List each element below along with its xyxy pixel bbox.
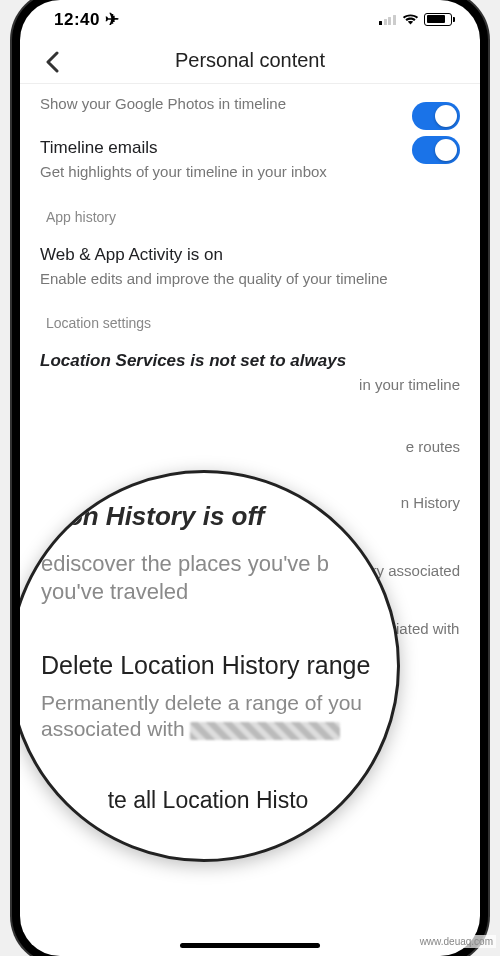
status-indicators bbox=[379, 13, 452, 26]
navbar: Personal content bbox=[20, 38, 480, 84]
redacted-text bbox=[190, 722, 340, 740]
home-indicator[interactable] bbox=[180, 943, 320, 948]
row-title: Location Services is not set to always bbox=[40, 351, 460, 371]
row-web-activity[interactable]: Web & App Activity is on Enable edits an… bbox=[40, 235, 460, 303]
section-location-settings: Location settings bbox=[40, 303, 460, 341]
battery-icon bbox=[424, 13, 452, 26]
cellular-signal-icon bbox=[379, 13, 397, 25]
row-title: Timeline emails bbox=[40, 138, 460, 158]
row-fragment: e routes bbox=[40, 401, 460, 461]
text-fragment: e routes bbox=[406, 437, 460, 457]
row-subtitle: Get highlights of your timeline in your … bbox=[40, 162, 460, 182]
row-location-services[interactable]: Location Services is not set to always i… bbox=[40, 341, 460, 401]
row-subtitle: in your timeline bbox=[40, 375, 460, 395]
magnifier-overlay: tion History is off ediscover the places… bbox=[20, 470, 400, 862]
page-title: Personal content bbox=[175, 49, 325, 72]
chevron-left-icon bbox=[45, 51, 59, 73]
status-time: 12:40 ✈ bbox=[54, 9, 120, 30]
back-button[interactable] bbox=[38, 48, 66, 76]
zoom-delete-range-sub: Permanently delete a range of you associ… bbox=[41, 690, 375, 743]
section-app-history: App history bbox=[40, 197, 460, 235]
row-subtitle: Enable edits and improve the quality of … bbox=[40, 269, 460, 289]
zoom-delete-range-title[interactable]: Delete Location History range bbox=[41, 651, 375, 680]
row-subtitle: Show your Google Photos in timeline bbox=[40, 94, 460, 114]
status-bar: 12:40 ✈ bbox=[20, 0, 480, 38]
toggle-switch[interactable] bbox=[412, 136, 460, 164]
toggle-switch[interactable] bbox=[412, 102, 460, 130]
row-timeline-emails[interactable]: Timeline emails Get highlights of your t… bbox=[40, 128, 460, 196]
text-fragment: n History bbox=[401, 493, 460, 513]
row-title: Web & App Activity is on bbox=[40, 245, 460, 265]
phone-frame: 12:40 ✈ Personal content Show your Googl… bbox=[20, 0, 480, 956]
watermark: www.deuaq.com bbox=[417, 935, 496, 948]
zoom-delete-all-title[interactable]: te all Location Histo bbox=[41, 787, 375, 814]
row-google-photos[interactable]: Show your Google Photos in timeline bbox=[40, 94, 460, 128]
zoom-rediscover-text: ediscover the places you've b you've tra… bbox=[41, 550, 375, 605]
wifi-icon bbox=[402, 13, 419, 26]
